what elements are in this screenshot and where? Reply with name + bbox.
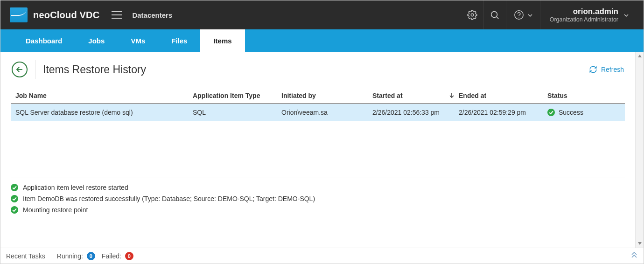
cell-job-name: SQL Server database restore (demo sql): [15, 109, 193, 116]
scroll-up-button[interactable]: [636, 52, 644, 60]
success-icon: [11, 195, 18, 202]
scrollbar[interactable]: [635, 52, 644, 248]
user-name: orion.admin: [573, 7, 618, 16]
page-title: Items Restore History: [43, 63, 146, 76]
chevron-down-icon: [528, 11, 532, 19]
menu-icon[interactable]: [112, 11, 122, 19]
log-list: Application item level restore started I…: [0, 178, 635, 218]
log-entry: Application item level restore started: [11, 184, 625, 191]
divider: [53, 251, 53, 261]
col-started-at[interactable]: Started at: [372, 92, 459, 99]
search-button[interactable]: [483, 0, 506, 29]
app-brand: neoCloud VDC: [10, 7, 99, 22]
col-job-name[interactable]: Job Name: [15, 92, 193, 99]
tab-bar: Dashboard Jobs VMs Files Items: [0, 29, 644, 52]
top-right-group: orion.admin Organization Administrator: [461, 0, 632, 29]
tab-files[interactable]: Files: [158, 29, 200, 52]
logo-icon: [10, 7, 28, 22]
running-stat[interactable]: Running: 0: [57, 252, 95, 260]
tab-items[interactable]: Items: [200, 29, 245, 52]
settings-button[interactable]: [461, 0, 483, 29]
datacenters-link[interactable]: Datacenters: [132, 11, 172, 19]
bottom-bar: Recent Tasks Running: 0 Failed: 0: [0, 248, 644, 264]
svg-point-7: [518, 17, 519, 17]
recent-tasks-label: Recent Tasks: [6, 252, 49, 260]
success-icon: [547, 109, 555, 116]
cell-initiated-by: Orion\veeam.sa: [281, 109, 372, 116]
col-status[interactable]: Status: [547, 92, 620, 99]
success-icon: [11, 206, 18, 214]
svg-point-12: [11, 195, 18, 202]
back-button[interactable]: [12, 62, 28, 77]
expand-panel-button[interactable]: [630, 252, 638, 260]
chevron-down-icon: [624, 11, 629, 19]
log-text: Mounting restore point: [23, 206, 88, 214]
cell-ended-at: 2/26/2021 02:59:29 pm: [459, 109, 547, 116]
svg-marker-15: [638, 242, 642, 245]
app-name: neoCloud VDC: [33, 10, 99, 21]
divider: [35, 60, 35, 79]
table-row[interactable]: SQL Server database restore (demo sql) S…: [11, 104, 625, 121]
failed-stat[interactable]: Failed: 0: [102, 252, 133, 260]
failed-count-badge: 0: [125, 252, 133, 260]
log-entry: Item DemoDB was restored successfully (T…: [11, 195, 625, 202]
tab-vms[interactable]: VMs: [118, 29, 158, 52]
svg-point-13: [11, 206, 18, 214]
cell-status-text: Success: [559, 109, 583, 116]
content: Items Restore History Refresh Job Name A…: [0, 52, 635, 248]
col-started-at-label: Started at: [372, 92, 403, 99]
running-count-badge: 0: [87, 252, 95, 260]
failed-label: Failed:: [102, 252, 121, 260]
log-text: Application item level restore started: [23, 184, 128, 191]
svg-point-3: [471, 14, 474, 16]
col-app-item-type[interactable]: Application Item Type: [193, 92, 281, 99]
svg-marker-14: [638, 55, 642, 57]
success-icon: [11, 184, 18, 191]
svg-point-11: [11, 184, 18, 191]
col-ended-at[interactable]: Ended at: [459, 92, 547, 99]
tab-jobs[interactable]: Jobs: [75, 29, 118, 52]
log-text: Item DemoDB was restored successfully (T…: [23, 195, 315, 202]
col-initiated-by[interactable]: Initiated by: [281, 92, 372, 99]
refresh-button[interactable]: Refresh: [589, 65, 624, 74]
top-bar: neoCloud VDC Datacenters orion.admin Org…: [0, 0, 644, 29]
sort-desc-icon: [449, 92, 454, 99]
cell-app-item-type: SQL: [193, 109, 281, 116]
log-entry: Mounting restore point: [11, 206, 625, 214]
cell-started-at: 2/26/2021 02:56:33 pm: [372, 109, 459, 116]
history-table: Job Name Application Item Type Initiated…: [11, 88, 625, 121]
page-header: Items Restore History Refresh: [0, 52, 635, 85]
scroll-track[interactable]: [636, 60, 644, 239]
help-button[interactable]: [506, 0, 540, 29]
refresh-label: Refresh: [601, 66, 624, 73]
tab-dashboard[interactable]: Dashboard: [13, 29, 75, 52]
user-role: Organization Administrator: [550, 16, 618, 23]
user-menu[interactable]: orion.admin Organization Administrator: [540, 0, 632, 29]
scroll-down-button[interactable]: [636, 239, 644, 248]
running-label: Running:: [57, 252, 83, 260]
svg-point-4: [491, 12, 497, 18]
svg-line-5: [497, 17, 498, 19]
svg-point-10: [547, 109, 555, 116]
cell-status: Success: [547, 109, 620, 116]
table-header: Job Name Application Item Type Initiated…: [11, 88, 625, 104]
content-outer: Items Restore History Refresh Job Name A…: [0, 52, 644, 248]
